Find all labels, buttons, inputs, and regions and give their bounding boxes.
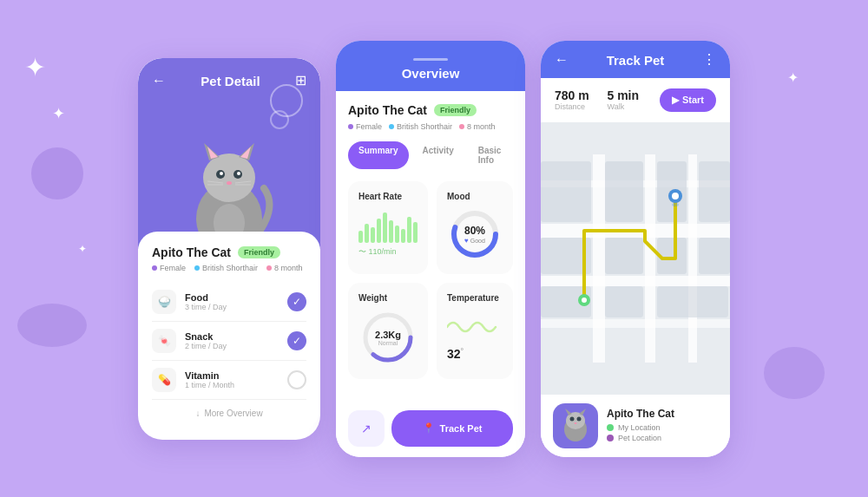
svg-point-9 — [237, 172, 240, 175]
chart-button[interactable]: ↗ — [348, 410, 385, 447]
chart-icon: ↗ — [361, 422, 372, 435]
vitamin-check — [287, 370, 306, 389]
pet-card-info: Apito The Cat My Location Pet Location — [607, 408, 718, 444]
vitamin-icon: 💊 — [152, 368, 176, 392]
svg-rect-34 — [541, 161, 591, 222]
tab-summary[interactable]: Summary — [348, 141, 409, 169]
svg-point-45 — [582, 298, 587, 303]
phone-overview: Overview Apito The Cat Friendly Female B… — [336, 41, 525, 457]
svg-rect-38 — [657, 286, 728, 317]
overview-title: Overview — [402, 66, 460, 81]
overview-friendly-badge: Friendly — [434, 104, 477, 116]
phone2-header: Overview — [336, 41, 525, 91]
my-location-row: My Location — [607, 423, 718, 432]
heart-rate-value: 〜 110/min — [358, 246, 418, 258]
heart-rate-bars — [358, 208, 418, 243]
heart-rate-card: Heart Rate 〜 110/min — [348, 181, 428, 274]
pet-location-row: Pet Location — [607, 434, 718, 442]
start-button[interactable]: ▶ Start — [660, 88, 716, 112]
weight-arc: 2.3Kg Normal — [360, 310, 416, 365]
snack-icon: 🍬 — [152, 329, 176, 353]
track-title: Track Pet — [607, 53, 665, 68]
friendly-badge: Friendly — [238, 246, 280, 258]
svg-rect-24 — [541, 276, 730, 286]
food-check: ✓ — [287, 292, 306, 311]
svg-rect-37 — [605, 286, 643, 317]
track-stats: 780 m Distance 5 min Walk ▶ Start — [541, 78, 730, 122]
pet-avatar — [553, 403, 598, 448]
svg-point-52 — [575, 422, 577, 424]
bottom-actions: ↗ 📍 Track Pet — [336, 400, 525, 457]
phone-pet-detail: ← Pet Detail ⊞ — [138, 58, 320, 440]
stats-grid: Heart Rate 〜 110/min — [348, 181, 513, 379]
mood-card: Mood 80% ♥ Good — [437, 181, 513, 274]
weight-card: Weight 2.3Kg Normal — [348, 283, 428, 379]
food-icon: 🍚 — [152, 290, 176, 314]
phone2-body: Apito The Cat Friendly Female British Sh… — [336, 91, 525, 400]
pet-name: Apito The Cat — [152, 245, 231, 259]
pet-location-dot — [607, 435, 614, 441]
svg-point-43 — [672, 203, 679, 206]
filter-button[interactable]: ⊞ — [295, 74, 306, 88]
location-icon: 📍 — [423, 422, 435, 434]
my-location-dot — [607, 424, 614, 431]
svg-rect-28 — [541, 319, 730, 328]
phones-container: ← Pet Detail ⊞ — [138, 41, 730, 457]
tabs-row: Summary Activity Basic Info — [348, 141, 513, 169]
phone1-body: Apito The Cat Friendly Female British Sh… — [138, 232, 320, 432]
track-back-button[interactable]: ← — [555, 53, 569, 67]
map-area — [541, 122, 730, 395]
svg-rect-39 — [699, 238, 730, 274]
overview-pet-name: Apito The Cat — [348, 103, 427, 117]
more-overview[interactable]: ↓ More Overview — [152, 409, 306, 418]
walk-stat: 5 min Walk — [607, 88, 659, 112]
overview-meta: Female British Shorthair 8 month — [348, 122, 513, 131]
tab-basic-info[interactable]: Basic Info — [468, 141, 513, 169]
start-icon: ▶ — [672, 95, 679, 106]
distance-stat: 780 m Distance — [555, 88, 607, 112]
svg-point-8 — [220, 172, 223, 175]
pet-meta: Female British Shorthair 8 month — [152, 264, 306, 272]
svg-point-50 — [570, 416, 575, 421]
svg-point-51 — [577, 416, 582, 421]
svg-rect-32 — [605, 238, 643, 274]
snack-check: ✓ — [287, 331, 306, 350]
svg-point-10 — [227, 181, 232, 185]
svg-rect-30 — [605, 161, 643, 222]
tab-activity[interactable]: Activity — [412, 141, 464, 169]
temperature-card: Temperature 32° — [437, 283, 513, 379]
track-more-button[interactable]: ⋮ — [702, 53, 716, 67]
scroll-indicator — [413, 58, 448, 61]
phone1-header: ← Pet Detail ⊞ — [138, 58, 320, 249]
svg-point-42 — [672, 193, 679, 199]
phone3-header: ← Track Pet ⋮ — [541, 41, 730, 78]
track-pet-button[interactable]: 📍 Track Pet — [391, 410, 513, 447]
pet-card-bottom: Apito The Cat My Location Pet Location — [541, 395, 730, 457]
svg-rect-40 — [699, 161, 730, 222]
temperature-wave — [447, 310, 503, 344]
mood-donut: 80% ♥ Good — [449, 208, 501, 260]
schedule-vitamin: 💊 Vitamin 1 time / Month — [152, 361, 306, 400]
phone-track-pet: ← Track Pet ⋮ 780 m Distance 5 min Walk … — [541, 41, 730, 457]
schedule-food: 🍚 Food 3 time / Day ✓ — [152, 283, 306, 322]
page-title: Pet Detail — [201, 74, 260, 88]
svg-point-1 — [203, 154, 255, 202]
back-button[interactable]: ← — [152, 74, 166, 88]
schedule-snack: 🍬 Snack 2 time / Day ✓ — [152, 322, 306, 361]
cat-illustration — [173, 119, 286, 249]
